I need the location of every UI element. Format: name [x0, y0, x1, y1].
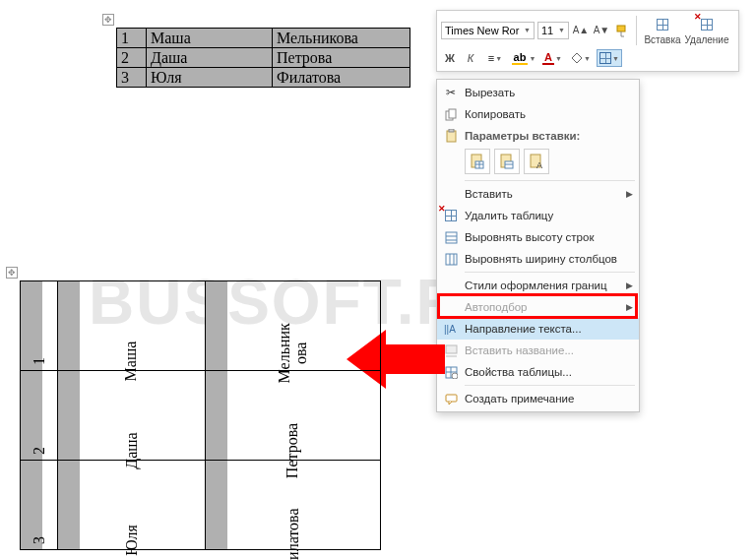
svg-text:A: A — [536, 160, 542, 170]
delete-label: Удаление — [684, 34, 728, 45]
cell-index[interactable]: 1 — [117, 29, 146, 47]
chevron-down-icon: ▼ — [524, 27, 531, 33]
cell-index[interactable]: 3 — [31, 536, 48, 544]
cell-lastname[interactable]: Мельникова — [273, 29, 410, 47]
svg-rect-21 — [446, 345, 457, 353]
cell-name[interactable]: Маша — [147, 29, 272, 47]
font-size-combo[interactable]: 11 ▼ — [537, 22, 569, 39]
ctx-paste-options: A — [437, 147, 639, 178]
ctx-new-comment[interactable]: Создать примечание — [437, 388, 639, 409]
grow-font-button[interactable]: A▲ — [572, 22, 590, 39]
svg-rect-2 — [449, 109, 456, 118]
underline-button[interactable]: ≡▼ — [482, 49, 508, 67]
format-painter-button[interactable] — [613, 22, 631, 39]
ctx-paste-header: Параметры вставки: — [437, 125, 639, 147]
shrink-font-button[interactable]: A▼ — [593, 22, 610, 39]
table-row: 2 Даша Петрова — [21, 371, 381, 461]
cell-index[interactable]: 2 — [117, 48, 146, 67]
ctx-cut[interactable]: ✂ Вырезать — [437, 82, 639, 103]
borders-button[interactable]: ▼ — [597, 49, 622, 67]
cell-index[interactable]: 1 — [31, 357, 48, 365]
svg-rect-14 — [446, 232, 457, 243]
delete-table-button[interactable]: ✕ Удаление — [686, 15, 727, 45]
cell-lastname[interactable]: Петрова — [273, 48, 410, 67]
submenu-arrow-icon: ▶ — [626, 280, 633, 290]
ctx-insert[interactable]: Вставить ▶ — [437, 183, 639, 205]
clipboard-icon — [441, 127, 461, 145]
svg-rect-17 — [446, 254, 457, 265]
svg-text:||A: ||A — [444, 324, 456, 335]
cell-index[interactable]: 2 — [31, 447, 48, 455]
distribute-rows-icon — [441, 228, 461, 246]
copy-icon — [441, 105, 461, 123]
insert-label: Вставка — [644, 34, 680, 45]
cell-lastname[interactable]: Филатова — [284, 508, 301, 560]
table-row: 1 Маша Мельникова — [21, 281, 381, 371]
svg-rect-0 — [617, 26, 625, 31]
delete-table-icon: ✕ — [441, 207, 461, 224]
font-name-value: Times New Ror — [445, 25, 519, 36]
ctx-distribute-cols[interactable]: Выровнять ширину столбцов — [437, 248, 639, 270]
paste-option-nest-table[interactable] — [465, 149, 490, 174]
distribute-cols-icon — [441, 250, 461, 268]
ctx-text-direction[interactable]: ||A Направление текста... — [437, 318, 639, 340]
cell-name[interactable]: Даша — [147, 48, 272, 67]
svg-rect-3 — [447, 131, 456, 142]
table-move-handle-icon[interactable]: ✥ — [102, 14, 114, 26]
table-row: 1 Маша Мельникова — [117, 29, 410, 48]
submenu-arrow-icon: ▶ — [626, 189, 633, 199]
table-row: 2 Даша Петрова — [117, 48, 410, 68]
svg-rect-4 — [449, 129, 454, 132]
insert-table-button[interactable]: Вставка — [642, 15, 683, 45]
table-move-handle-icon[interactable]: ✥ — [6, 267, 18, 279]
ctx-insert-caption[interactable]: Вставить название... — [437, 340, 639, 361]
comment-icon — [441, 390, 461, 407]
ctx-border-styles[interactable]: Стили оформления границ ▶ — [437, 275, 639, 296]
shading-button[interactable]: ▼ — [568, 49, 594, 67]
bold-button[interactable]: Ж — [441, 49, 459, 67]
paste-option-keep-text[interactable]: A — [524, 149, 549, 174]
cell-name[interactable]: Юля — [147, 68, 272, 87]
font-color-button[interactable]: A▼ — [539, 49, 565, 67]
table-row: 3 Юля Филатова — [117, 68, 410, 88]
source-table[interactable]: 1 Маша Мельникова 2 Даша Петрова 3 Юля Ф… — [116, 28, 410, 88]
italic-button[interactable]: К — [462, 49, 479, 67]
result-table[interactable]: 1 Маша Мельникова 2 Даша Петрова 3 Юля Ф… — [20, 280, 381, 550]
table-row: 3 Юля Филатова — [21, 461, 381, 550]
svg-rect-27 — [446, 395, 457, 402]
ctx-autofit[interactable]: Автоподбор ▶ — [437, 296, 639, 318]
paste-option-merge-table[interactable] — [494, 149, 520, 174]
scissors-icon: ✂ — [441, 84, 461, 101]
cell-lastname[interactable]: Филатова — [273, 68, 410, 87]
result-table-container: ✥ 1 Маша Мельникова 2 Даша Петрова 3 Юля… — [20, 280, 381, 550]
svg-point-26 — [452, 373, 458, 379]
cell-index[interactable]: 3 — [117, 68, 146, 87]
source-table-container: ✥ 1 Маша Мельникова 2 Даша Петрова 3 Юля… — [116, 28, 410, 88]
ctx-delete-table[interactable]: ✕ Удалить таблицу — [437, 205, 639, 226]
chevron-down-icon: ▼ — [558, 27, 565, 33]
ctx-table-properties[interactable]: Свойства таблицы... — [437, 361, 639, 383]
ctx-distribute-rows[interactable]: Выровнять высоту строк — [437, 226, 639, 248]
font-size-value: 11 — [541, 25, 553, 36]
text-highlight-button[interactable]: ab▼ — [511, 49, 536, 67]
cell-name[interactable]: Юля — [122, 525, 140, 556]
mini-toolbar: Times New Ror ▼ 11 ▼ A▲ A▼ Вставка ✕ Уда… — [436, 10, 739, 72]
table-context-menu: ✂ Вырезать Копировать Параметры вставки:… — [436, 79, 640, 412]
font-name-combo[interactable]: Times New Ror ▼ — [441, 22, 535, 39]
ctx-copy[interactable]: Копировать — [437, 103, 639, 125]
submenu-arrow-icon: ▶ — [626, 302, 633, 312]
